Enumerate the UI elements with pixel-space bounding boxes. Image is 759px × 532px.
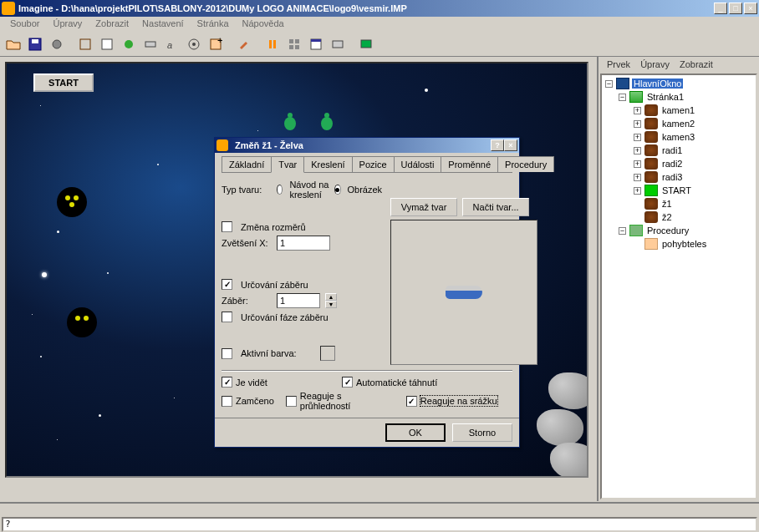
asteroid-sprite-1[interactable] bbox=[548, 372, 588, 409]
new-text-icon[interactable] bbox=[97, 34, 117, 54]
command-area: ? bbox=[0, 502, 759, 532]
ok-button[interactable]: OK bbox=[385, 423, 446, 442]
svg-text:+: + bbox=[217, 38, 222, 45]
menu-settings[interactable]: Nastavení bbox=[135, 17, 191, 32]
window-title: Imagine - D:\hana\projektPILOT\SABLONY-2… bbox=[18, 3, 714, 13]
tile-icon[interactable] bbox=[284, 34, 304, 54]
zoom-input[interactable] bbox=[277, 236, 330, 251]
auto-drag-label: Automatické táhnutí bbox=[356, 377, 437, 388]
checkbox-auto-drag[interactable] bbox=[342, 377, 353, 388]
menubar: Soubor Úpravy Zobrazit Nastavení Stránka… bbox=[0, 17, 759, 32]
checkbox-active-color[interactable] bbox=[222, 348, 232, 359]
kamen-sprite-2[interactable] bbox=[67, 307, 97, 337]
save-icon[interactable] bbox=[25, 34, 45, 54]
turtle-icon[interactable] bbox=[119, 34, 139, 54]
menu-file[interactable]: Soubor bbox=[3, 17, 46, 32]
button-icon[interactable] bbox=[140, 34, 160, 54]
menu-help[interactable]: Nápověda bbox=[236, 17, 291, 32]
tab-shape[interactable]: Tvar bbox=[271, 156, 304, 173]
minimize-button[interactable]: _ bbox=[714, 3, 727, 14]
memory-icon[interactable] bbox=[328, 34, 348, 54]
tab-drawing[interactable]: Kreslení bbox=[303, 156, 352, 172]
cancel-button[interactable]: Storno bbox=[452, 423, 512, 442]
close-button[interactable]: × bbox=[744, 3, 757, 14]
tree-item[interactable]: ž1 bbox=[604, 197, 754, 210]
menu-edit[interactable]: Úpravy bbox=[46, 17, 89, 32]
dialog-titlebar[interactable]: Změň ž1 - Želva ? × bbox=[215, 138, 519, 153]
tree-proc-item[interactable]: pohybteles bbox=[604, 237, 754, 251]
menu-page[interactable]: Stránka bbox=[191, 17, 236, 32]
tree-page[interactable]: −Stránka1 bbox=[604, 90, 754, 104]
tree-item[interactable]: ž2 bbox=[604, 210, 754, 224]
tab-variables[interactable]: Proměnné bbox=[441, 156, 498, 172]
tab-basic[interactable]: Základní bbox=[222, 156, 272, 172]
svg-rect-16 bbox=[289, 45, 293, 49]
side-menu-element[interactable]: Prvek bbox=[602, 58, 635, 70]
asteroid-sprite-3[interactable] bbox=[550, 443, 588, 478]
dialog-close-button[interactable]: × bbox=[504, 139, 517, 151]
shape-preview bbox=[390, 220, 537, 365]
dialog-help-button[interactable]: ? bbox=[491, 139, 504, 151]
tree-item[interactable]: +radi2 bbox=[604, 157, 754, 170]
side-menu-edit[interactable]: Úpravy bbox=[635, 58, 675, 70]
tree-item[interactable]: +radi1 bbox=[604, 144, 754, 157]
tab-events[interactable]: Události bbox=[394, 156, 442, 172]
paint-icon[interactable] bbox=[234, 34, 254, 54]
tree-item[interactable]: +kamen2 bbox=[604, 117, 754, 130]
svg-rect-4 bbox=[102, 39, 112, 49]
svg-point-23 bbox=[288, 113, 293, 118]
radio-image[interactable] bbox=[334, 185, 340, 195]
tree-item[interactable]: +kamen3 bbox=[604, 130, 754, 144]
new-turtle-icon[interactable] bbox=[75, 34, 95, 54]
svg-rect-21 bbox=[361, 40, 371, 48]
object-tree[interactable]: −HlavníOkno −Stránka1 +kamen1 +kamen2 +k… bbox=[600, 73, 757, 499]
tree-item[interactable]: +START bbox=[604, 184, 754, 197]
svg-rect-19 bbox=[311, 39, 321, 42]
tree-procedures[interactable]: −Procedury bbox=[604, 224, 754, 237]
gear-icon[interactable] bbox=[47, 34, 67, 54]
color-swatch[interactable] bbox=[320, 346, 335, 361]
tree-item[interactable]: +radi3 bbox=[604, 170, 754, 184]
dialog-icon bbox=[216, 139, 228, 151]
spinner-up[interactable]: ▲ bbox=[325, 293, 337, 301]
kamen-sprite-1[interactable] bbox=[57, 187, 87, 217]
checkbox-collision[interactable] bbox=[406, 396, 417, 407]
ship-preview-icon bbox=[446, 286, 482, 299]
tab-position[interactable]: Pozice bbox=[352, 156, 395, 172]
svg-rect-20 bbox=[333, 41, 343, 48]
tree-root[interactable]: −HlavníOkno bbox=[604, 77, 754, 90]
checkbox-transparency[interactable] bbox=[286, 396, 297, 407]
asteroid-sprite-2[interactable] bbox=[537, 409, 583, 446]
checkbox-resize[interactable] bbox=[222, 221, 232, 232]
tab-procedures[interactable]: Procedury bbox=[497, 156, 554, 172]
svg-text:a: a bbox=[167, 40, 172, 50]
window-icon[interactable] bbox=[306, 34, 326, 54]
checkbox-phase[interactable] bbox=[222, 312, 232, 322]
menu-view[interactable]: Zobrazit bbox=[89, 17, 135, 32]
turtle-properties-dialog: Změň ž1 - Želva ? × Základní Tvar Kresle… bbox=[214, 137, 520, 448]
side-menu-view[interactable]: Zobrazit bbox=[675, 58, 718, 70]
turtle-sprite-2[interactable] bbox=[318, 112, 335, 132]
checkbox-visible[interactable] bbox=[222, 377, 232, 388]
spinner-down[interactable]: ▼ bbox=[325, 301, 337, 308]
frame-input[interactable] bbox=[277, 293, 320, 308]
screen-icon[interactable] bbox=[356, 34, 376, 54]
checkbox-locked[interactable] bbox=[222, 396, 232, 407]
load-shape-button[interactable]: Načti tvar... bbox=[462, 198, 529, 216]
svg-rect-14 bbox=[289, 39, 293, 43]
erase-shape-button[interactable]: Vymaž tvar bbox=[390, 198, 457, 216]
svg-point-9 bbox=[192, 43, 196, 46]
checkbox-frame-detect[interactable] bbox=[222, 279, 232, 290]
command-input[interactable]: ? bbox=[2, 517, 757, 532]
turtle-sprite-1[interactable] bbox=[282, 112, 298, 132]
new-object-icon[interactable]: + bbox=[206, 34, 226, 54]
radio-draw-instructions[interactable] bbox=[277, 185, 283, 195]
locked-label: Zamčeno bbox=[236, 396, 274, 406]
maximize-button[interactable]: □ bbox=[729, 3, 742, 14]
slider-icon[interactable] bbox=[184, 34, 204, 54]
tree-item[interactable]: +kamen1 bbox=[604, 104, 754, 117]
text-icon[interactable]: a bbox=[162, 34, 182, 54]
start-button[interactable]: START bbox=[33, 73, 94, 92]
pause-icon[interactable] bbox=[262, 34, 283, 54]
open-icon[interactable] bbox=[3, 34, 23, 54]
